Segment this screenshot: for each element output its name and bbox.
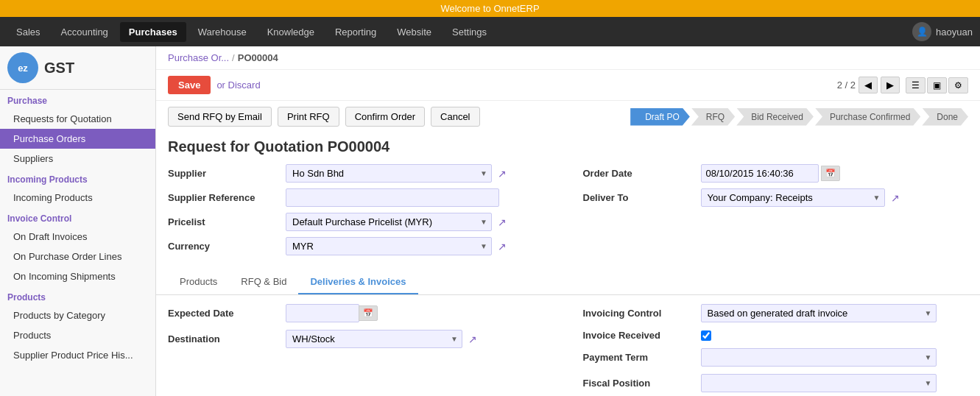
- status-draft-po[interactable]: Draft PO: [630, 108, 690, 126]
- deliver-to-select-wrapper: Your Company: Receipts ▼: [701, 188, 885, 207]
- tab-deliveries-invoices[interactable]: Deliveries & Invoices: [298, 270, 417, 294]
- supplier-external-link[interactable]: ↗: [498, 168, 507, 180]
- tab-left-col: Expected Date 📅 Destination WH/Stock: [168, 304, 554, 396]
- view-icons: ☰ ▣ ⚙: [906, 77, 968, 93]
- status-rfq[interactable]: RFQ: [691, 108, 735, 126]
- fiscal-position-wrapper: ▼: [701, 374, 937, 392]
- nav-warehouse[interactable]: Warehouse: [189, 22, 255, 42]
- pricelist-select[interactable]: Default Purchase Pricelist (MYR): [286, 213, 492, 231]
- nav-website[interactable]: Website: [388, 22, 440, 42]
- nav-accounting[interactable]: Accounting: [52, 22, 117, 42]
- sidebar-item-incoming-shipments[interactable]: On Incoming Shipments: [0, 266, 155, 286]
- destination-external-link[interactable]: ↗: [468, 333, 477, 345]
- tab-products[interactable]: Products: [168, 270, 229, 294]
- order-date-calendar-icon[interactable]: 📅: [821, 166, 840, 181]
- deliver-to-select[interactable]: Your Company: Receipts: [701, 188, 885, 207]
- supplier-ref-label: Supplier Reference: [168, 192, 286, 203]
- sidebar-item-products[interactable]: Products: [0, 325, 155, 345]
- currency-row: Currency MYR ▼ ↗: [168, 237, 554, 255]
- form-left-col: Supplier Ho Sdn Bhd ▼ ↗ Supplier Referen…: [168, 164, 554, 261]
- view-list-button[interactable]: ☰: [906, 77, 926, 93]
- payment-term-label: Payment Term: [583, 352, 701, 363]
- sidebar-item-incoming-products[interactable]: Incoming Products: [0, 188, 155, 208]
- print-rfq-button[interactable]: Print RFQ: [278, 107, 339, 127]
- fiscal-position-select[interactable]: [701, 374, 937, 392]
- pricelist-external-link[interactable]: ↗: [498, 216, 507, 228]
- sidebar-item-purchase-orders[interactable]: Purchase Orders: [0, 129, 155, 149]
- tab-right-col: Invoicing Control Based on generated dra…: [583, 304, 969, 396]
- nav-prev-button[interactable]: ◀: [859, 77, 878, 93]
- cancel-button[interactable]: Cancel: [431, 107, 479, 127]
- user-menu[interactable]: 👤 haoyuan: [912, 22, 973, 41]
- supplier-select[interactable]: Ho Sdn Bhd: [286, 164, 492, 183]
- currency-control: MYR ▼ ↗: [286, 237, 507, 255]
- payment-term-select[interactable]: [701, 348, 937, 367]
- sidebar-section-invoice-control: Invoice Control: [0, 208, 155, 227]
- navbar: Sales Accounting Purchases Warehouse Kno…: [0, 17, 980, 46]
- action-bar: Send RFQ by Email Print RFQ Confirm Orde…: [156, 101, 980, 132]
- deliver-to-external-link[interactable]: ↗: [891, 192, 900, 204]
- expected-date-input[interactable]: [286, 304, 359, 322]
- sidebar-item-supplier-price-history[interactable]: Supplier Product Price His...: [0, 345, 155, 365]
- status-purchase-confirmed[interactable]: Purchase Confirmed: [815, 108, 920, 126]
- order-date-input[interactable]: [701, 164, 819, 183]
- discard-button[interactable]: or Discard: [216, 79, 260, 91]
- pricelist-label: Pricelist: [168, 216, 286, 227]
- expected-date-calendar-icon[interactable]: 📅: [359, 305, 378, 321]
- deliver-to-control: Your Company: Receipts ▼ ↗: [701, 188, 900, 207]
- invoicing-control-select[interactable]: Based on generated draft invoice: [701, 304, 937, 322]
- nav-sales[interactable]: Sales: [7, 22, 49, 42]
- form-fields: Supplier Ho Sdn Bhd ▼ ↗ Supplier Referen…: [156, 164, 980, 261]
- fiscal-position-label: Fiscal Position: [583, 378, 701, 389]
- order-date-row: Order Date 📅: [583, 164, 969, 183]
- view-settings-button[interactable]: ⚙: [948, 77, 968, 93]
- nav-count: 2 / 2: [837, 79, 856, 91]
- status-bid-received[interactable]: Bid Received: [736, 108, 814, 126]
- save-button[interactable]: Save: [168, 76, 211, 94]
- confirm-order-button[interactable]: Confirm Order: [345, 107, 425, 127]
- destination-control: WH/Stock ▼ ↗: [286, 330, 477, 348]
- form-title: Request for Quotation PO00004: [156, 132, 980, 164]
- sidebar-item-po-lines[interactable]: On Purchase Order Lines: [0, 247, 155, 266]
- breadcrumb-current: PO00004: [238, 52, 278, 63]
- sidebar-item-products-by-category[interactable]: Products by Category: [0, 305, 155, 325]
- breadcrumb-parent[interactable]: Purchase Or...: [168, 52, 229, 63]
- sidebar-item-draft-invoices[interactable]: On Draft Invoices: [0, 227, 155, 247]
- nav-knowledge[interactable]: Knowledge: [258, 22, 323, 42]
- nav-settings[interactable]: Settings: [443, 22, 496, 42]
- pricelist-control: Default Purchase Pricelist (MYR) ▼ ↗: [286, 213, 507, 231]
- payment-term-row: Payment Term ▼: [583, 348, 969, 367]
- supplier-ref-input[interactable]: [286, 188, 499, 207]
- supplier-label: Supplier: [168, 168, 286, 179]
- sidebar-item-suppliers[interactable]: Suppliers: [0, 149, 155, 169]
- nav-purchases[interactable]: Purchases: [120, 22, 186, 42]
- status-done[interactable]: Done: [922, 108, 968, 126]
- view-form-button[interactable]: ▣: [927, 77, 947, 93]
- supplier-select-wrapper: Ho Sdn Bhd ▼: [286, 164, 492, 183]
- fiscal-position-row: Fiscal Position ▼: [583, 374, 969, 392]
- destination-select[interactable]: WH/Stock: [286, 330, 462, 348]
- sidebar-section-products: Products: [0, 286, 155, 305]
- tab-content-deliveries: Expected Date 📅 Destination WH/Stock: [156, 295, 980, 396]
- tab-rfq-bid[interactable]: RFQ & Bid: [229, 270, 298, 294]
- sidebar-section-purchase: Purchase: [0, 90, 155, 109]
- currency-external-link[interactable]: ↗: [498, 241, 507, 252]
- nav-items: Sales Accounting Purchases Warehouse Kno…: [7, 22, 912, 42]
- nav-next-button[interactable]: ▶: [881, 77, 900, 93]
- destination-row: Destination WH/Stock ▼ ↗: [168, 330, 554, 348]
- nav-reporting[interactable]: Reporting: [326, 22, 385, 42]
- invoice-received-checkbox[interactable]: [701, 330, 711, 341]
- toolbar-nav: 2 / 2 ◀ ▶: [837, 77, 900, 93]
- logo-text: GST: [44, 60, 74, 77]
- sidebar-section-incoming: Incoming Products: [0, 169, 155, 188]
- currency-select[interactable]: MYR: [286, 237, 492, 255]
- banner-text: Welcome to OnnetERP: [440, 3, 539, 14]
- expected-date-row: Expected Date 📅: [168, 304, 554, 322]
- invoicing-control-row: Invoicing Control Based on generated dra…: [583, 304, 969, 322]
- supplier-control: Ho Sdn Bhd ▼ ↗: [286, 164, 507, 183]
- sidebar-item-rfq[interactable]: Requests for Quotation: [0, 109, 155, 129]
- tabs: Products RFQ & Bid Deliveries & Invoices: [156, 270, 980, 295]
- breadcrumb: Purchase Or... / PO00004: [156, 46, 980, 70]
- form-right-col: Order Date 📅 Deliver To Your Company: Re…: [583, 164, 969, 261]
- send-rfq-button[interactable]: Send RFQ by Email: [168, 107, 272, 127]
